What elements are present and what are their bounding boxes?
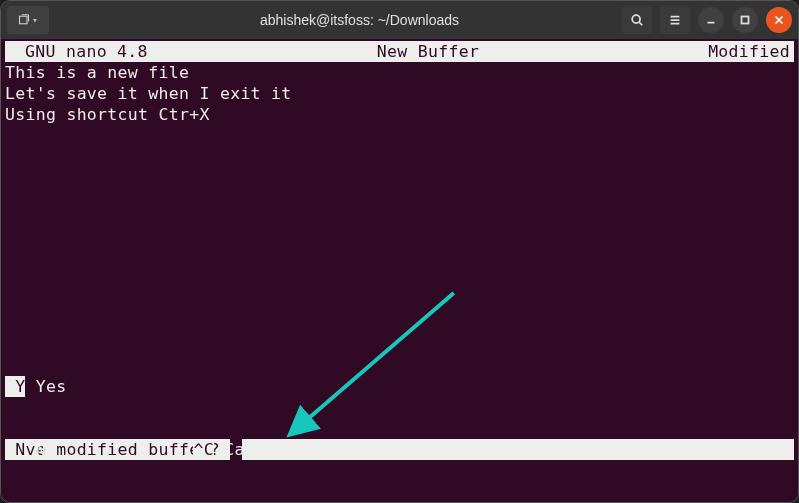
nano-header: GNU nano 4.8 New Buffer Modified: [5, 41, 794, 62]
hamburger-icon: [668, 13, 682, 27]
svg-rect-0: [20, 16, 28, 24]
nano-buffer-name: New Buffer: [148, 41, 708, 62]
window-title: abhishek@itsfoss: ~/Downloads: [101, 12, 618, 28]
nano-modified-status: Modified: [708, 41, 794, 62]
search-button[interactable]: [622, 6, 652, 34]
search-icon: [630, 13, 644, 27]
no-label: No: [25, 439, 193, 460]
window-titlebar: ▾ abhishek@itsfoss: ~/Downloads: [1, 1, 798, 39]
new-tab-button[interactable]: ▾: [7, 6, 49, 34]
menu-button[interactable]: [660, 6, 690, 34]
cancel-label: Cancel: [214, 439, 286, 460]
terminal-window: ▾ abhishek@itsfoss: ~/Downloads GNU nano: [0, 0, 799, 503]
nano-help: Y Yes N No ^C Cancel: [5, 334, 794, 502]
svg-rect-9: [742, 17, 749, 24]
editor-content: This is a new file Let's save it when I …: [5, 62, 794, 125]
minimize-icon: [704, 13, 718, 27]
no-key[interactable]: N: [5, 439, 25, 460]
close-icon: [772, 13, 786, 27]
maximize-button[interactable]: [732, 7, 758, 33]
close-button[interactable]: [766, 7, 792, 33]
yes-key[interactable]: Y: [5, 376, 25, 397]
cancel-key[interactable]: ^C: [193, 439, 213, 460]
svg-point-3: [632, 15, 640, 23]
yes-label: Yes: [25, 376, 66, 397]
minimize-button[interactable]: [698, 7, 724, 33]
nano-version: GNU nano 4.8: [5, 41, 148, 62]
terminal-area[interactable]: GNU nano 4.8 New Buffer Modified This is…: [1, 39, 798, 502]
maximize-icon: [738, 13, 752, 27]
svg-line-4: [639, 22, 642, 25]
